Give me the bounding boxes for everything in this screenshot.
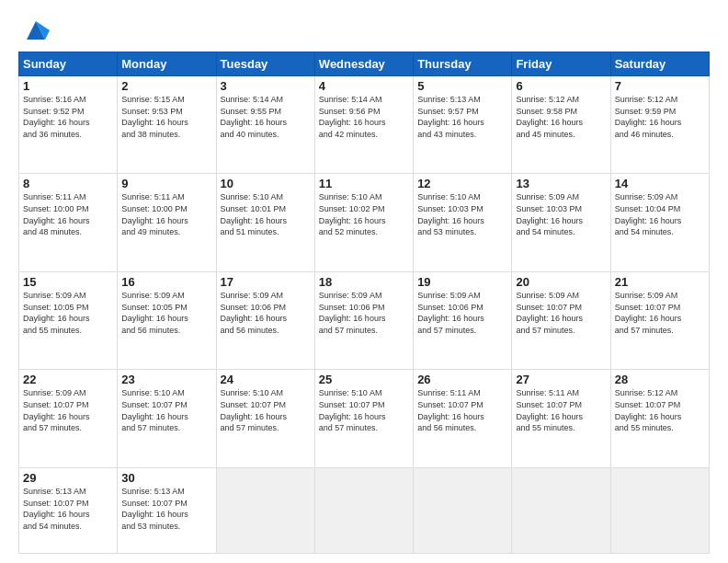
calendar-cell: 23Sunrise: 5:10 AMSunset: 10:07 PMDaylig… — [118, 370, 216, 467]
day-info: Sunrise: 5:09 AMSunset: 10:04 PMDaylight… — [615, 192, 682, 236]
calendar-cell: 1Sunrise: 5:16 AMSunset: 9:52 PMDaylight… — [19, 76, 118, 174]
day-info: Sunrise: 5:09 AMSunset: 10:07 PMDaylight… — [516, 291, 583, 335]
day-info: Sunrise: 5:09 AMSunset: 10:05 PMDaylight… — [121, 291, 188, 335]
day-info: Sunrise: 5:09 AMSunset: 10:06 PMDaylight… — [417, 291, 484, 335]
day-info: Sunrise: 5:09 AMSunset: 10:05 PMDaylight… — [23, 291, 90, 335]
day-number: 9 — [121, 177, 211, 190]
calendar-cell: 8Sunrise: 5:11 AMSunset: 10:00 PMDayligh… — [19, 174, 118, 271]
header — [18, 17, 710, 44]
calendar-week-0: 1Sunrise: 5:16 AMSunset: 9:52 PMDaylight… — [19, 76, 710, 174]
calendar-cell — [610, 467, 709, 553]
day-number: 10 — [221, 177, 311, 190]
calendar-table: SundayMondayTuesdayWednesdayThursdayFrid… — [18, 52, 710, 554]
day-info: Sunrise: 5:11 AMSunset: 10:07 PMDaylight… — [516, 388, 583, 432]
day-number: 16 — [121, 275, 211, 289]
day-number: 24 — [221, 373, 311, 386]
day-number: 6 — [516, 79, 606, 93]
day-info: Sunrise: 5:16 AMSunset: 9:52 PMDaylight:… — [23, 95, 90, 139]
weekday-header-friday: Friday — [512, 52, 610, 76]
calendar-cell: 28Sunrise: 5:12 AMSunset: 10:07 PMDaylig… — [610, 370, 709, 467]
calendar-cell: 27Sunrise: 5:11 AMSunset: 10:07 PMDaylig… — [512, 370, 610, 467]
day-number: 18 — [319, 275, 409, 289]
logo-icon — [22, 17, 50, 44]
weekday-header-sunday: Sunday — [19, 52, 118, 76]
weekday-header-monday: Monday — [118, 52, 216, 76]
calendar-cell: 12Sunrise: 5:10 AMSunset: 10:03 PMDaylig… — [414, 174, 512, 271]
day-info: Sunrise: 5:09 AMSunset: 10:07 PMDaylight… — [23, 388, 90, 432]
day-number: 26 — [417, 373, 507, 386]
calendar-cell: 26Sunrise: 5:11 AMSunset: 10:07 PMDaylig… — [414, 370, 512, 467]
day-info: Sunrise: 5:13 AMSunset: 10:07 PMDaylight… — [23, 487, 90, 531]
day-info: Sunrise: 5:09 AMSunset: 10:06 PMDaylight… — [221, 291, 288, 335]
calendar-cell: 5Sunrise: 5:13 AMSunset: 9:57 PMDaylight… — [414, 76, 512, 174]
calendar-cell: 30Sunrise: 5:13 AMSunset: 10:07 PMDaylig… — [118, 467, 216, 553]
day-info: Sunrise: 5:10 AMSunset: 10:03 PMDaylight… — [417, 192, 484, 236]
day-number: 11 — [319, 177, 409, 190]
calendar-cell: 6Sunrise: 5:12 AMSunset: 9:58 PMDaylight… — [512, 76, 610, 174]
day-info: Sunrise: 5:12 AMSunset: 9:59 PMDaylight:… — [615, 95, 682, 139]
calendar-week-2: 15Sunrise: 5:09 AMSunset: 10:05 PMDaylig… — [19, 271, 710, 369]
calendar-cell: 25Sunrise: 5:10 AMSunset: 10:07 PMDaylig… — [314, 370, 413, 467]
calendar-cell: 16Sunrise: 5:09 AMSunset: 10:05 PMDaylig… — [118, 271, 216, 369]
day-number: 12 — [417, 177, 507, 190]
day-info: Sunrise: 5:09 AMSunset: 10:03 PMDaylight… — [516, 192, 583, 236]
day-number: 20 — [516, 275, 606, 289]
calendar-cell: 3Sunrise: 5:14 AMSunset: 9:55 PMDaylight… — [216, 76, 314, 174]
day-info: Sunrise: 5:11 AMSunset: 10:00 PMDaylight… — [23, 192, 90, 236]
day-info: Sunrise: 5:10 AMSunset: 10:07 PMDaylight… — [221, 388, 288, 432]
calendar-cell: 17Sunrise: 5:09 AMSunset: 10:06 PMDaylig… — [216, 271, 314, 369]
day-info: Sunrise: 5:13 AMSunset: 9:57 PMDaylight:… — [417, 95, 484, 139]
day-number: 23 — [121, 373, 211, 386]
day-number: 7 — [615, 79, 705, 93]
day-info: Sunrise: 5:13 AMSunset: 10:07 PMDaylight… — [121, 487, 188, 531]
weekday-header-saturday: Saturday — [610, 52, 709, 76]
day-number: 8 — [23, 177, 113, 190]
calendar-cell: 14Sunrise: 5:09 AMSunset: 10:04 PMDaylig… — [610, 174, 709, 271]
calendar-cell: 19Sunrise: 5:09 AMSunset: 10:06 PMDaylig… — [414, 271, 512, 369]
calendar-cell: 4Sunrise: 5:14 AMSunset: 9:56 PMDaylight… — [314, 76, 413, 174]
day-info: Sunrise: 5:15 AMSunset: 9:53 PMDaylight:… — [121, 95, 188, 139]
day-info: Sunrise: 5:09 AMSunset: 10:06 PMDaylight… — [319, 291, 386, 335]
day-number: 5 — [417, 79, 507, 93]
calendar-cell: 21Sunrise: 5:09 AMSunset: 10:07 PMDaylig… — [610, 271, 709, 369]
calendar-cell — [414, 467, 512, 553]
calendar-cell: 9Sunrise: 5:11 AMSunset: 10:00 PMDayligh… — [118, 174, 216, 271]
day-number: 21 — [615, 275, 705, 289]
day-info: Sunrise: 5:09 AMSunset: 10:07 PMDaylight… — [615, 291, 682, 335]
day-number: 30 — [121, 471, 211, 485]
day-number: 27 — [516, 373, 606, 386]
calendar-cell — [512, 467, 610, 553]
day-number: 28 — [615, 373, 705, 386]
calendar-cell: 24Sunrise: 5:10 AMSunset: 10:07 PMDaylig… — [216, 370, 314, 467]
day-info: Sunrise: 5:10 AMSunset: 10:07 PMDaylight… — [319, 388, 386, 432]
day-number: 19 — [417, 275, 507, 289]
calendar-cell: 2Sunrise: 5:15 AMSunset: 9:53 PMDaylight… — [118, 76, 216, 174]
calendar-cell: 11Sunrise: 5:10 AMSunset: 10:02 PMDaylig… — [314, 174, 413, 271]
day-info: Sunrise: 5:10 AMSunset: 10:07 PMDaylight… — [121, 388, 188, 432]
calendar-cell: 13Sunrise: 5:09 AMSunset: 10:03 PMDaylig… — [512, 174, 610, 271]
calendar-week-1: 8Sunrise: 5:11 AMSunset: 10:00 PMDayligh… — [19, 174, 710, 271]
calendar-header-row: SundayMondayTuesdayWednesdayThursdayFrid… — [19, 52, 710, 76]
day-number: 17 — [221, 275, 311, 289]
day-info: Sunrise: 5:14 AMSunset: 9:55 PMDaylight:… — [221, 95, 288, 139]
day-number: 3 — [221, 79, 311, 93]
day-info: Sunrise: 5:12 AMSunset: 9:58 PMDaylight:… — [516, 95, 583, 139]
day-number: 25 — [319, 373, 409, 386]
day-number: 2 — [121, 79, 211, 93]
calendar-cell: 22Sunrise: 5:09 AMSunset: 10:07 PMDaylig… — [19, 370, 118, 467]
weekday-header-tuesday: Tuesday — [216, 52, 314, 76]
weekday-header-wednesday: Wednesday — [314, 52, 413, 76]
calendar-cell: 20Sunrise: 5:09 AMSunset: 10:07 PMDaylig… — [512, 271, 610, 369]
logo — [18, 17, 50, 44]
day-info: Sunrise: 5:11 AMSunset: 10:07 PMDaylight… — [417, 388, 484, 432]
day-info: Sunrise: 5:14 AMSunset: 9:56 PMDaylight:… — [319, 95, 386, 139]
day-info: Sunrise: 5:10 AMSunset: 10:02 PMDaylight… — [319, 192, 386, 236]
day-info: Sunrise: 5:12 AMSunset: 10:07 PMDaylight… — [615, 388, 682, 432]
weekday-header-thursday: Thursday — [414, 52, 512, 76]
day-number: 22 — [23, 373, 113, 386]
day-number: 14 — [615, 177, 705, 190]
calendar-cell — [216, 467, 314, 553]
calendar-week-4: 29Sunrise: 5:13 AMSunset: 10:07 PMDaylig… — [19, 467, 710, 553]
day-number: 13 — [516, 177, 606, 190]
calendar-cell — [314, 467, 413, 553]
